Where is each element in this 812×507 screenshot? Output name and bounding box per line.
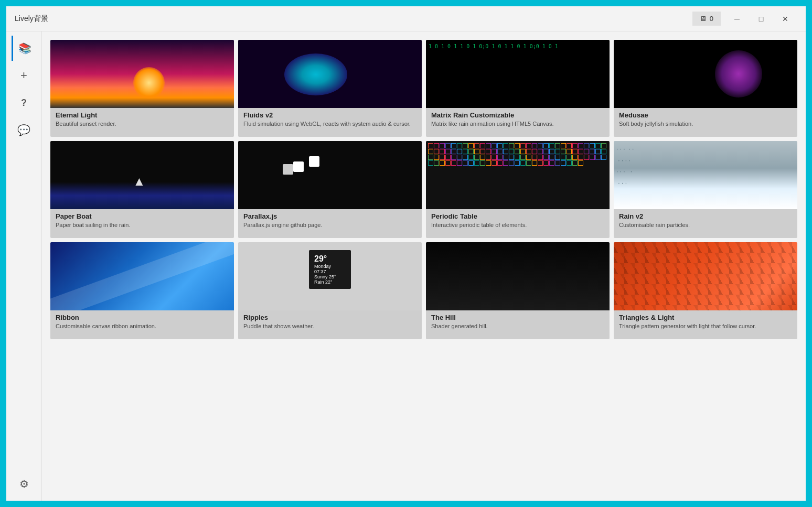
card-title: Medusae [619, 111, 792, 119]
sidebar-item-add[interactable]: + [12, 63, 37, 88]
library-icon: 📚 [18, 42, 31, 55]
card-desc: Customisable canvas ribbon animation. [56, 322, 229, 330]
wallpaper-card-rain-v2[interactable]: Rain v2 Customisable rain particles. [614, 141, 797, 238]
card-desc: Triangle pattern generator with light th… [619, 322, 792, 330]
card-title: Eternal Light [56, 111, 229, 119]
card-title: Ribbon [56, 314, 229, 321]
card-info-ribbon: Ribbon Customisable canvas ribbon animat… [50, 310, 234, 339]
card-info-triangles-light: Triangles & Light Triangle pattern gener… [614, 310, 797, 339]
sidebar-item-library[interactable]: 📚 [12, 36, 37, 61]
wallpaper-card-triangles-light[interactable]: Triangles & Light Triangle pattern gener… [614, 242, 797, 339]
card-desc: Parallax.js engine github page. [243, 221, 416, 229]
app-window: Lively背景 🖥 0 ─ □ ✕ 📚 + ? 💬 [6, 6, 806, 501]
card-info-matrix-rain: Matrix Rain Customizable Matrix like rai… [426, 108, 610, 137]
card-title: Matrix Rain Customizable [431, 111, 604, 119]
card-desc: Customisable rain particles. [619, 221, 792, 229]
weather-line4: Rain 22° [314, 279, 346, 285]
card-title: Paper Boat [56, 212, 229, 220]
card-title: Rain v2 [619, 212, 792, 220]
wallpaper-card-matrix-rain[interactable]: Matrix Rain Customizable Matrix like rai… [426, 40, 610, 137]
card-info-eternal-light: Eternal Light Beautiful sunset render. [50, 108, 234, 137]
sidebar-item-feedback[interactable]: 💬 [12, 117, 37, 143]
card-title: The Hill [431, 314, 604, 321]
card-info-paper-boat: Paper Boat Paper boat sailing in the rai… [50, 209, 234, 238]
card-info-fluids-v2: Fluids v2 Fluid simulation using WebGL, … [238, 108, 422, 137]
add-icon: + [20, 69, 27, 82]
card-desc: Beautiful sunset render. [56, 120, 229, 127]
card-title: Triangles & Light [619, 314, 792, 321]
wallpaper-card-paper-boat[interactable]: Paper Boat Paper boat sailing in the rai… [50, 141, 234, 238]
card-desc: Shader generated hill. [431, 322, 604, 330]
card-info-parallax-js: Parallax.js Parallax.js engine github pa… [238, 209, 422, 238]
weather-line3: Sunny 25° [314, 274, 346, 279]
maximize-button[interactable]: □ [749, 9, 773, 28]
minimize-button[interactable]: ─ [725, 9, 749, 28]
wallpaper-card-periodic-table[interactable]: Periodic Table Interactive periodic tabl… [426, 141, 610, 238]
card-title: Parallax.js [243, 212, 416, 220]
card-title: Fluids v2 [243, 111, 416, 119]
titlebar-controls: 🖥 0 ─ □ ✕ [692, 9, 797, 28]
card-info-the-hill: The Hill Shader generated hill. [426, 310, 610, 339]
card-desc: Soft body jellyfish simulation. [619, 120, 792, 127]
app-title: Lively背景 [15, 14, 692, 24]
monitor-badge[interactable]: 🖥 0 [692, 12, 721, 26]
weather-temp: 29° [314, 254, 346, 264]
wallpaper-card-ripples[interactable]: 29° Monday 07:37 Sunny 25° Rain 22° Ripp… [238, 242, 422, 339]
wallpaper-card-ribbon[interactable]: Ribbon Customisable canvas ribbon animat… [50, 242, 234, 339]
help-icon: ? [21, 98, 27, 109]
monitor-count: 0 [710, 15, 713, 23]
feedback-icon: 💬 [17, 124, 30, 136]
wallpaper-grid: Eternal Light Beautiful sunset render. F… [50, 40, 797, 339]
weather-line1: Monday [314, 264, 346, 269]
card-desc: Puddle that shows weather. [243, 322, 416, 330]
wallpaper-card-the-hill[interactable]: The Hill Shader generated hill. [426, 242, 610, 339]
card-info-rain-v2: Rain v2 Customisable rain particles. [614, 209, 797, 238]
card-title: Periodic Table [431, 212, 604, 220]
titlebar: Lively背景 🖥 0 ─ □ ✕ [6, 6, 806, 31]
periodic-thumb [426, 141, 610, 209]
card-desc: Matrix like rain animation using HTML5 C… [431, 120, 604, 127]
card-info-ripples: Ripples Puddle that shows weather. [238, 310, 422, 339]
wallpaper-card-fluids-v2[interactable]: Fluids v2 Fluid simulation using WebGL, … [238, 40, 422, 137]
settings-icon: ⚙ [19, 478, 29, 490]
card-desc: Fluid simulation using WebGL, reacts wit… [243, 120, 416, 127]
main-area: 📚 + ? 💬 ⚙ Eternal Li [6, 31, 806, 501]
card-desc: Interactive periodic table of elements. [431, 221, 604, 229]
weather-line2: 07:37 [314, 269, 346, 274]
card-info-periodic-table: Periodic Table Interactive periodic tabl… [426, 209, 610, 238]
wallpaper-card-eternal-light[interactable]: Eternal Light Beautiful sunset render. [50, 40, 234, 137]
weather-widget: 29° Monday 07:37 Sunny 25° Rain 22° [309, 250, 351, 289]
sidebar: 📚 + ? 💬 ⚙ [6, 31, 42, 501]
wallpaper-library: Eternal Light Beautiful sunset render. F… [42, 31, 806, 501]
card-desc: Paper boat sailing in the rain. [56, 221, 229, 229]
close-button[interactable]: ✕ [773, 9, 797, 28]
wallpaper-card-parallax-js[interactable]: Parallax.js Parallax.js engine github pa… [238, 141, 422, 238]
card-title: Ripples [243, 314, 416, 321]
sidebar-item-help[interactable]: ? [12, 90, 37, 115]
monitor-icon: 🖥 [700, 15, 707, 23]
card-info-medusae: Medusae Soft body jellyfish simulation. [614, 108, 797, 137]
wallpaper-card-medusae[interactable]: Medusae Soft body jellyfish simulation. [614, 40, 797, 137]
sidebar-item-settings[interactable]: ⚙ [12, 471, 37, 497]
